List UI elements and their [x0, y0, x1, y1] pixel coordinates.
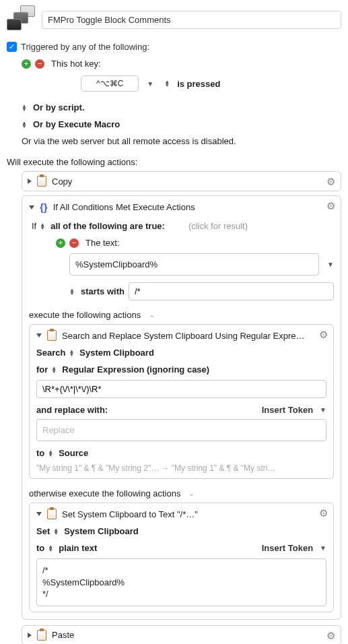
- execute-actions-label: execute the following actions: [29, 310, 141, 320]
- search-target: System Clipboard: [79, 348, 154, 358]
- condition-text-input[interactable]: %SystemClipboard%: [69, 253, 319, 276]
- the-text-label: The text:: [85, 238, 120, 248]
- clipboard-icon: [47, 330, 57, 341]
- hotkey-menu-icon[interactable]: [147, 80, 153, 88]
- set-clipboard-title: Set System Clipboard to Text "/*…": [62, 509, 198, 519]
- set-target: System Clipboard: [64, 526, 139, 536]
- format-label: plain text: [59, 543, 97, 553]
- disclosure-icon[interactable]: [36, 512, 42, 516]
- clipboard-icon: [37, 630, 46, 641]
- disclosure-icon[interactable]: [28, 633, 32, 638]
- triggered-checkbox[interactable]: [7, 42, 17, 52]
- if-label: If: [32, 221, 36, 231]
- will-execute-label: Will execute the following actions:: [7, 157, 341, 167]
- search-target-selector[interactable]: [69, 350, 74, 356]
- macro-icon: [7, 5, 35, 34]
- braces-icon: {}: [40, 201, 48, 213]
- to-target: Source: [59, 448, 88, 458]
- search-replace-title: Search and Replace System Clipboard Usin…: [62, 331, 305, 341]
- if-title: If All Conditions Met Execute Actions: [53, 202, 195, 212]
- remove-condition-button[interactable]: [69, 238, 79, 248]
- insert-token-button[interactable]: Insert Token: [262, 405, 326, 415]
- clipboard-body-input[interactable]: /* %SystemClipboard% */: [36, 558, 326, 606]
- if-mode-label: all of the following are true:: [50, 221, 165, 231]
- action-set-clipboard: Set System Clipboard to Text "/*…" Set S…: [29, 503, 334, 612]
- search-mode: Regular Expression (ignoring case): [62, 364, 209, 375]
- remove-trigger-button[interactable]: [35, 59, 44, 69]
- add-condition-button[interactable]: [56, 238, 65, 248]
- hotkey-state-selector[interactable]: [164, 80, 170, 87]
- by-execute-macro-label: Or by Execute Macro: [33, 119, 120, 129]
- to-label: to: [36, 543, 44, 553]
- to-target-selector[interactable]: [48, 450, 53, 457]
- for-label: for: [36, 364, 48, 375]
- disclosure-icon[interactable]: [28, 179, 32, 184]
- chevron-down-icon[interactable]: ⌄: [188, 489, 195, 498]
- replace-with-label: and replace with:: [36, 405, 108, 415]
- action-if-conditions: {} If All Conditions Met Execute Actions…: [22, 195, 341, 620]
- gear-icon[interactable]: [324, 630, 337, 642]
- example-preview: "My string 1" & ¶ & "My string 2"… → "My…: [36, 463, 326, 473]
- macro-title-input[interactable]: [42, 11, 341, 29]
- clipboard-icon: [37, 176, 46, 187]
- pattern-input[interactable]: [36, 380, 326, 398]
- operator-selector[interactable]: [69, 288, 75, 295]
- hotkey-field[interactable]: ^⌥⌘C: [81, 75, 139, 92]
- action-paste-label: Paste: [52, 630, 74, 640]
- gear-icon[interactable]: [324, 200, 337, 212]
- hotkey-state-label: is pressed: [177, 79, 220, 89]
- by-execute-macro-selector[interactable]: [22, 121, 27, 128]
- replace-input[interactable]: Replace: [36, 419, 326, 441]
- action-copy-label: Copy: [52, 176, 72, 187]
- chevron-down-icon[interactable]: ⌄: [149, 311, 155, 319]
- if-mode-selector[interactable]: [40, 223, 45, 230]
- gear-icon[interactable]: [317, 329, 329, 341]
- gear-icon[interactable]: [324, 176, 337, 188]
- insert-token-button[interactable]: Insert Token: [262, 543, 326, 553]
- by-script-selector[interactable]: [22, 104, 27, 111]
- chevron-down-icon: [320, 544, 326, 552]
- operator-value-input[interactable]: [129, 282, 334, 300]
- format-selector[interactable]: [48, 545, 53, 552]
- search-mode-selector[interactable]: [51, 366, 57, 373]
- set-label: Set: [36, 526, 50, 536]
- web-server-note: Or via the web server but all remote acc…: [22, 136, 236, 146]
- add-trigger-button[interactable]: [22, 59, 31, 69]
- action-paste[interactable]: Paste: [22, 625, 341, 644]
- disclosure-icon[interactable]: [36, 333, 42, 337]
- action-search-replace: Search and Replace System Clipboard Usin…: [29, 324, 334, 479]
- set-target-selector[interactable]: [53, 528, 59, 535]
- hotkey-label: This hot key:: [51, 59, 101, 69]
- click-for-result[interactable]: (click for result): [188, 221, 248, 231]
- operator-label: starts with: [81, 286, 125, 296]
- condition-text-menu[interactable]: [327, 261, 334, 268]
- triggered-label: Triggered by any of the following:: [21, 42, 149, 52]
- action-copy[interactable]: Copy: [22, 171, 341, 191]
- gear-icon[interactable]: [317, 507, 329, 519]
- clipboard-icon: [47, 509, 57, 519]
- otherwise-label: otherwise execute the following actions: [29, 488, 180, 498]
- to-label: to: [36, 448, 44, 458]
- search-label: Search: [36, 348, 65, 358]
- by-script-label: Or by script.: [33, 102, 85, 112]
- chevron-down-icon: [320, 406, 326, 414]
- disclosure-icon[interactable]: [29, 205, 34, 210]
